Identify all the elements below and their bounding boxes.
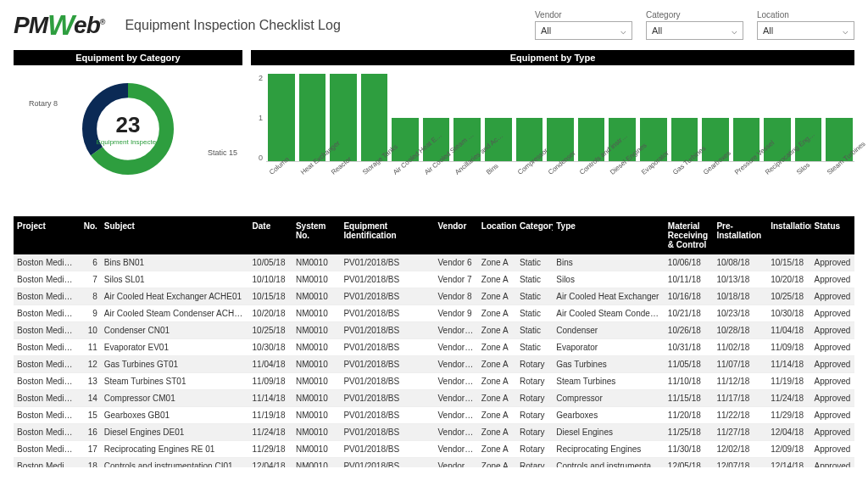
cell: 10/25/18 [767,288,810,305]
cell: 11/07/18 [713,356,767,373]
cell: 11/04/18 [249,356,292,373]
cell: 11/14/18 [767,356,810,373]
cell: 11/29/18 [767,407,810,424]
column-header[interactable]: Pre-Installation [713,216,767,254]
cell: Boston Medical [14,441,78,458]
cell: Zone A [478,390,516,407]
column-header[interactable]: Installation [767,216,810,254]
column-header[interactable]: Date [249,216,292,254]
cell: Boston Medical [14,458,78,468]
data-table-container[interactable]: ProjectNo.SubjectDateSystem No.Equipment… [14,216,854,467]
column-header[interactable]: Vendor [434,216,477,254]
cell: PV01/2018/BS [340,271,434,288]
table-row[interactable]: Boston Medical10Condenser CN0110/25/18NM… [14,322,854,339]
cell: PV01/2018/BS [340,254,434,271]
cell: Evaporator EV01 [101,339,249,356]
table-row[interactable]: Boston Medical13Steam Turbines ST0111/09… [14,373,854,390]
cell: Approved [811,254,854,271]
cell: Zone A [478,339,516,356]
cell: Reciprocating Engines RE 01 [101,441,249,458]
cell: PV01/2018/BS [340,424,434,441]
table-row[interactable]: Boston Medical8Air Cooled Heat Exchanger… [14,288,854,305]
cell: Approved [811,271,854,288]
bar[interactable] [299,74,326,161]
cell: 10/15/18 [249,288,292,305]
cell: Zone A [478,373,516,390]
cell: Rotary [516,424,553,441]
cell: 10/20/18 [249,305,292,322]
cell: 10/16/18 [665,288,714,305]
table-row[interactable]: Boston Medical18Controls and instrumenta… [14,458,854,468]
donut-chart[interactable]: Rotary 8 23 Equipment Inspected Static 1… [14,65,242,193]
table-row[interactable]: Boston Medical6Bins BN0110/05/18NM0010PV… [14,254,854,271]
cell: 10/31/18 [665,339,714,356]
cell: 18 [78,458,101,468]
cell: Zone A [478,288,516,305]
cell: Air Cooled Heat Exchanger [553,288,665,305]
cell: 9 [78,305,101,322]
cell: Vendor 12 [434,356,477,373]
cell: Boston Medical [14,390,78,407]
cell: Evaporator [553,339,665,356]
table-row[interactable]: Boston Medical7Silos SL0110/10/18NM0010P… [14,271,854,288]
column-header[interactable]: No. [78,216,101,254]
table-row[interactable]: Boston Medical17Reciprocating Engines RE… [14,441,854,458]
column-header[interactable]: Equipment Identification [340,216,434,254]
column-header[interactable]: Subject [101,216,249,254]
cell: Rotary [516,373,553,390]
filter-select-vendor[interactable]: All⌵ [535,21,632,40]
table-row[interactable]: Boston Medical9Air Cooled Steam Condense… [14,305,854,322]
cell: 12/07/18 [713,458,767,468]
column-header[interactable]: Category [516,216,553,254]
filter-select-location[interactable]: All⌵ [757,21,854,40]
cell: 11/15/18 [665,390,714,407]
cell: NM0010 [292,458,341,468]
cell: Vendor 7 [434,271,477,288]
filter-select-category[interactable]: All⌵ [646,21,743,40]
cell: NM0010 [292,441,341,458]
bar-chart[interactable]: 210 ColumnHeat ExchangerReactorStorage T… [251,69,854,213]
column-header[interactable]: System No. [292,216,341,254]
cell: Controls and instrumentation CI01 [101,458,249,468]
cell: 11/09/18 [767,339,810,356]
cell: Silos SL01 [101,271,249,288]
cell: 12/04/18 [249,458,292,468]
column-header[interactable]: Type [553,216,665,254]
table-row[interactable]: Boston Medical11Evaporator EV0110/30/18N… [14,339,854,356]
cell: Zone A [478,407,516,424]
cell: Silos [553,271,665,288]
cell: 10/20/18 [767,271,810,288]
cell: PV01/2018/BS [340,390,434,407]
cell: Zone A [478,254,516,271]
table-row[interactable]: Boston Medical15Gearboxes GB0111/19/18NM… [14,407,854,424]
table-row[interactable]: Boston Medical14Compressor CM0111/14/18N… [14,390,854,407]
column-header[interactable]: Location [478,216,516,254]
cell: Zone A [478,441,516,458]
column-header[interactable]: Project [14,216,78,254]
cell: Boston Medical [14,356,78,373]
app-logo: PMWeb® [14,8,104,42]
cell: 11/05/18 [665,356,714,373]
cell: Rotary [516,458,553,468]
bar[interactable] [361,74,388,161]
column-header[interactable]: Status [811,216,854,254]
donut-slice-label-rotary: Rotary 8 [29,99,58,108]
table-row[interactable]: Boston Medical16Diesel Engines DE0111/24… [14,424,854,441]
cell: 10/15/18 [767,254,810,271]
table-row[interactable]: Boston Medical12Gas Turbines GT0111/04/1… [14,356,854,373]
cell: 10/30/18 [767,305,810,322]
cell: Air Cooled Steam Condenser ACHC01 [101,305,249,322]
column-header[interactable]: Material Receiving & Control [665,216,714,254]
cell: Boston Medical [14,407,78,424]
cell: 11/20/18 [665,407,714,424]
bar[interactable] [268,74,295,161]
cell: Vendor 14 [434,390,477,407]
cell: 11/24/18 [249,424,292,441]
donut-slice-label-static: Static 15 [208,148,237,157]
cell: Approved [811,441,854,458]
cell: 8 [78,288,101,305]
cell: 11/19/18 [767,373,810,390]
filter-label: Category [646,10,743,20]
cell: Approved [811,424,854,441]
cell: Boston Medical [14,305,78,322]
